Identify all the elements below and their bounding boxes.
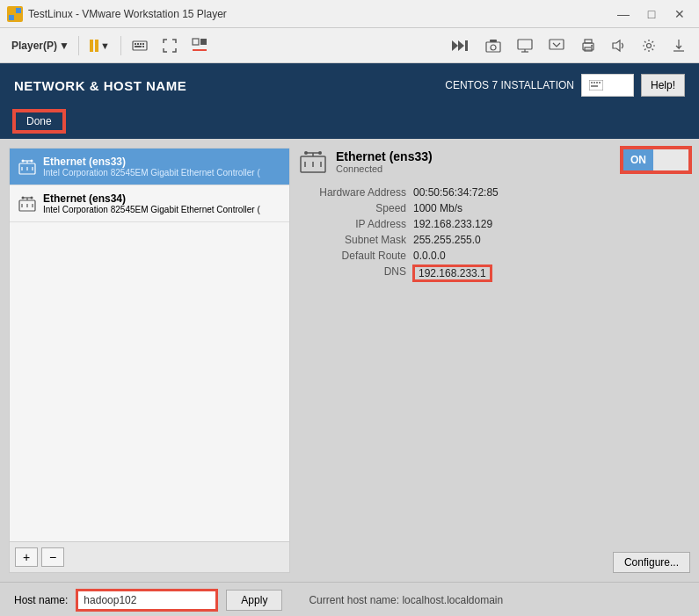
- svg-rect-6: [137, 43, 139, 45]
- svg-rect-2: [9, 15, 14, 20]
- host-name-label: Host name:: [14, 594, 68, 606]
- snapshot-button[interactable]: [479, 33, 507, 59]
- close-button[interactable]: ✕: [667, 5, 692, 23]
- svg-rect-12: [200, 39, 207, 45]
- keyboard-icon: [132, 38, 148, 54]
- title-bar: TestLinux - VMware Workstation 15 Player…: [0, 0, 699, 28]
- on-toggle[interactable]: ON: [622, 148, 690, 172]
- current-host-value: localhost.localdomain: [402, 594, 503, 606]
- bottom-bar: Host name: Apply Current host name: loca…: [0, 582, 699, 616]
- network-item-name-ens33: Ethernet (ens33): [43, 156, 280, 168]
- network-item-info-ens34: Ethernet (ens34) Intel Corporation 82545…: [43, 192, 280, 214]
- detail-row-dns: DNS 192.168.233.1: [299, 265, 690, 281]
- detail-row-route: Default Route 0.0.0.0: [299, 250, 690, 262]
- player-menu-button[interactable]: Player(P) ▼: [7, 33, 74, 59]
- settings-button[interactable]: [636, 33, 662, 59]
- dns-value: 192.168.233.1: [413, 265, 491, 281]
- current-host-label: Current host name:: [309, 594, 399, 606]
- svg-point-56: [304, 151, 308, 155]
- apply-button[interactable]: Apply: [226, 590, 282, 611]
- toolbar-right: [446, 33, 692, 59]
- main-content: Ethernet (ens33) Intel Corporation 82545…: [0, 139, 699, 616]
- speed-value: 1000 Mb/s: [413, 202, 462, 214]
- content-area: Ethernet (ens33) Intel Corporation 82545…: [0, 139, 699, 582]
- remove-network-button[interactable]: −: [41, 547, 64, 567]
- detail-row-subnet: Subnet Mask 255.255.255.0: [299, 234, 690, 246]
- detail-header: Ethernet (ens33) Connected ON: [299, 148, 690, 176]
- svg-rect-5: [135, 43, 136, 45]
- window-controls: — □ ✕: [611, 5, 692, 23]
- svg-point-41: [31, 159, 33, 162]
- pause-dropdown-icon: ▼: [100, 40, 110, 51]
- detail-row-hardware: Hardware Address 00:50:56:34:72:85: [299, 186, 690, 199]
- svg-point-29: [647, 43, 652, 47]
- toolbar: Player(P) ▼ ▼: [0, 28, 699, 63]
- svg-rect-35: [599, 82, 601, 83]
- print-button[interactable]: [574, 33, 602, 59]
- svg-rect-36: [591, 85, 598, 87]
- done-button[interactable]: Done: [14, 111, 64, 132]
- section-title: NETWORK & HOST NAME: [14, 78, 186, 93]
- svg-rect-25: [585, 40, 592, 43]
- connect-button[interactable]: [542, 33, 571, 59]
- window-title: TestLinux - VMware Workstation 15 Player: [28, 8, 611, 20]
- volume-button[interactable]: [606, 33, 632, 59]
- minimize-button[interactable]: —: [611, 5, 636, 23]
- unity-button[interactable]: [186, 33, 214, 59]
- ip-address-value: 192.168.233.129: [413, 218, 492, 230]
- svg-rect-16: [465, 40, 468, 51]
- fullscreen-button[interactable]: [156, 33, 184, 59]
- pause-icon: [90, 40, 98, 52]
- detail-name: Ethernet (ens33): [336, 149, 433, 163]
- player-dropdown-icon: ▼: [59, 40, 69, 52]
- ip-address-label: IP Address: [299, 218, 413, 230]
- network-item-ens33[interactable]: Ethernet (ens33) Intel Corporation 82545…: [10, 149, 289, 185]
- speed-label: Speed: [299, 202, 413, 214]
- svg-rect-20: [518, 40, 532, 49]
- detail-title-area: Ethernet (ens33) Connected: [299, 148, 433, 176]
- send-ctrl-alt-del-button[interactable]: [126, 33, 154, 59]
- toggle-slider[interactable]: [653, 149, 688, 170]
- maximize-button[interactable]: □: [639, 5, 664, 23]
- header-right: CENTOS 7 INSTALLATION us Help!: [445, 74, 685, 97]
- svg-marker-28: [613, 40, 620, 51]
- installation-title: CENTOS 7 INSTALLATION: [445, 79, 574, 91]
- svg-point-49: [31, 196, 33, 199]
- language-selector[interactable]: us: [581, 74, 634, 97]
- svg-rect-10: [142, 46, 144, 47]
- settings-icon: [642, 39, 656, 53]
- hardware-address-label: Hardware Address: [299, 186, 413, 199]
- section-header: NETWORK & HOST NAME CENTOS 7 INSTALLATIO…: [0, 63, 699, 107]
- done-row: Done: [0, 107, 699, 139]
- svg-rect-8: [142, 43, 144, 45]
- svg-point-48: [22, 196, 25, 199]
- detail-status: Connected: [336, 163, 433, 174]
- svg-rect-19: [490, 40, 497, 42]
- fast-forward-icon: [452, 39, 470, 53]
- fullscreen-icon: [162, 38, 178, 54]
- shared-vm-button[interactable]: [511, 33, 539, 59]
- network-item-ens34[interactable]: Ethernet (ens34) Intel Corporation 82545…: [10, 185, 289, 222]
- fast-forward-button[interactable]: [446, 33, 476, 59]
- svg-rect-7: [140, 43, 142, 45]
- network-icon-ens34: [18, 195, 36, 213]
- subnet-mask-label: Subnet Mask: [299, 234, 413, 246]
- configure-button[interactable]: Configure...: [613, 552, 690, 573]
- app-icon: [7, 6, 23, 22]
- hardware-address-value: 00:50:56:34:72:85: [413, 186, 499, 199]
- host-name-input[interactable]: [76, 590, 217, 611]
- download-button[interactable]: [666, 33, 692, 59]
- toolbar-separator-1: [78, 36, 79, 55]
- keyboard-lang-icon: [589, 80, 603, 91]
- pause-button[interactable]: ▼: [84, 33, 116, 59]
- svg-rect-1: [16, 8, 21, 13]
- svg-rect-32: [591, 82, 593, 83]
- network-detail: Ethernet (ens33) Connected ON Hardware A…: [299, 148, 690, 573]
- shared-vm-icon: [517, 39, 533, 53]
- svg-rect-23: [550, 40, 564, 49]
- network-list-footer: + −: [10, 541, 289, 572]
- add-network-button[interactable]: +: [15, 547, 38, 567]
- dns-label: DNS: [299, 265, 413, 281]
- help-button[interactable]: Help!: [641, 74, 685, 97]
- svg-rect-0: [9, 8, 14, 13]
